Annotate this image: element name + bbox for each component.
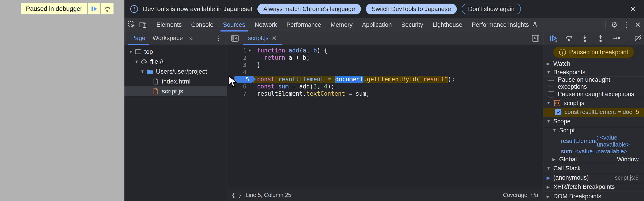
tree-item-script-js[interactable]: script.js [124, 86, 226, 96]
deactivate-breakpoints-icon [634, 34, 643, 43]
tree-item-label: top [144, 48, 153, 55]
token-var: resultElement [278, 76, 324, 82]
expand-arrow-icon[interactable]: ▼ [134, 59, 140, 64]
more-tabs-chevron-icon[interactable]: » [186, 32, 195, 45]
chevron-right-icon: ▶ [546, 184, 553, 190]
token-d [274, 83, 278, 90]
format-braces-icon[interactable]: { } [232, 192, 242, 198]
token-kw: const [257, 83, 274, 90]
line-number[interactable]: 3 [243, 62, 246, 68]
tab-memory[interactable]: Memory [326, 18, 357, 32]
gutter-line-2[interactable]: 2 [227, 54, 253, 61]
breakpoint-entry[interactable]: const resultElement = doc⋯ 5 [544, 108, 644, 116]
scope-section-header[interactable]: ▼ Scope [544, 116, 644, 126]
gutter-line-6[interactable]: 6 [227, 83, 253, 90]
toolbar-separator [627, 34, 627, 42]
editor-tab-close-icon[interactable]: ✕ [272, 35, 277, 42]
step-over-button[interactable] [564, 33, 574, 43]
tab-label: Sources [223, 22, 245, 28]
always-match-language-button[interactable]: Always match Chrome's language [258, 4, 361, 14]
gutter-line-5[interactable]: 5 [227, 76, 253, 83]
pause-caught-exceptions-row[interactable]: Pause on caught exceptions [544, 90, 644, 98]
tree-item-file-[interactable]: ▼file:// [124, 57, 226, 66]
watch-section-header[interactable]: ▶ Watch [544, 60, 644, 68]
scope-script-row[interactable]: ▼ Script [544, 126, 644, 134]
step-button[interactable] [611, 33, 621, 43]
gutter-line-1[interactable]: 1▼ [227, 47, 253, 54]
tab-sources[interactable]: Sources [218, 18, 250, 32]
tab-console[interactable]: Console [186, 18, 218, 32]
tree-item-users-user-project[interactable]: ▼Users/user/project [124, 66, 226, 76]
dont-show-again-button[interactable]: Don't show again [462, 4, 521, 14]
tab-elements[interactable]: Elements [152, 18, 186, 32]
inspect-element-icon[interactable] [128, 21, 136, 29]
code-text [253, 68, 257, 76]
call-stack-frame[interactable]: ▶ (anonymous) script.js:5 [544, 173, 644, 182]
device-toolbar-icon[interactable] [139, 21, 147, 29]
resume-button[interactable] [548, 33, 558, 43]
infobar-close-icon[interactable]: ✕ [628, 4, 638, 14]
settings-gear-icon[interactable]: ⚙ [611, 20, 618, 29]
code-line-7[interactable]: 7resultElement.textContent = sum; [227, 90, 543, 97]
line-number[interactable]: 4 [243, 69, 246, 76]
tab-network[interactable]: Network [250, 18, 282, 32]
tab-security[interactable]: Security [396, 18, 428, 32]
tab-performance[interactable]: Performance [282, 18, 326, 32]
code-line-6[interactable]: 6const sum = add(3, 4); [227, 83, 543, 90]
breakpoint-file-group[interactable]: ▼ script.js [544, 98, 644, 108]
code-editor[interactable]: 1▼function add(a, b) {2 return a + b;3}4… [227, 45, 543, 189]
call-stack-section-header[interactable]: ▼ Call Stack [544, 164, 644, 173]
tab-lighthouse[interactable]: Lighthouse [428, 18, 467, 32]
deactivate-breakpoints-button[interactable] [633, 33, 643, 43]
checkbox-unchecked[interactable] [548, 80, 554, 86]
gutter-line-7[interactable]: 7 [227, 90, 253, 97]
navigator-tab-page[interactable]: Page [128, 32, 149, 45]
xhr-breakpoints-section-header[interactable]: ▶ XHR/fetch Breakpoints [544, 182, 644, 192]
line-number[interactable]: 1 [243, 47, 246, 54]
checkbox-checked[interactable] [555, 109, 562, 115]
pause-uncaught-exceptions-row[interactable]: Pause on uncaught exceptions [544, 76, 644, 90]
navigator-tab-workspace[interactable]: Workspace [149, 32, 186, 45]
editor-tab-scriptjs[interactable]: script.js ✕ [243, 32, 282, 45]
devtools-close-icon[interactable]: ✕ [635, 20, 641, 29]
tree-item-index-html[interactable]: index.html [124, 76, 226, 86]
breakpoints-section-header[interactable]: ▼ Breakpoints [544, 68, 644, 76]
tab-performance-insights[interactable]: Performance insights [467, 18, 543, 32]
switch-to-japanese-button[interactable]: Switch DevTools to Japanese [366, 4, 457, 14]
fold-arrow-icon[interactable]: ▼ [246, 48, 253, 53]
step-over-button[interactable] [101, 3, 114, 14]
line-number[interactable]: 6 [243, 83, 246, 90]
gutter-line-4[interactable]: 4 [227, 68, 253, 76]
more-options-kebab-icon[interactable]: ⋮ [622, 20, 631, 29]
expand-arrow-icon[interactable]: ▼ [139, 69, 146, 74]
code-line-1[interactable]: 1▼function add(a, b) { [227, 47, 543, 54]
code-line-5[interactable]: 5const resultElement = document.getEleme… [227, 76, 543, 83]
cursor-position-label: Line 5, Column 25 [246, 192, 291, 198]
flask-icon [532, 22, 538, 28]
scope-global-row[interactable]: ▶ Global Window [544, 155, 644, 164]
tree-item-top[interactable]: ▼top [124, 47, 226, 57]
line-number[interactable]: 2 [243, 54, 246, 61]
frame-location: script.js:5 [615, 174, 641, 181]
expand-arrow-icon[interactable]: ▼ [128, 49, 134, 54]
code-line-4[interactable]: 4 [227, 68, 543, 76]
token-d: ); [328, 83, 334, 90]
step-into-button[interactable] [580, 33, 590, 43]
navigator-kebab-icon[interactable]: ⋮ [214, 32, 224, 45]
step-out-button[interactable] [596, 33, 606, 43]
gutter-line-3[interactable]: 3 [227, 61, 253, 68]
hide-debugger-sidebar-icon[interactable] [531, 34, 540, 43]
token-d: , [306, 47, 313, 54]
resume-script-button[interactable] [88, 3, 100, 14]
code-line-2[interactable]: 2 return a + b; [227, 54, 543, 61]
hide-navigator-icon[interactable] [227, 32, 243, 45]
token-d: } [257, 62, 260, 68]
checkbox-unchecked[interactable] [548, 91, 554, 98]
line-number[interactable]: 7 [243, 90, 246, 97]
scope-variable-row[interactable]: sum: <value unavailable> [544, 148, 644, 155]
token-var: a [303, 47, 306, 54]
scope-variable-row[interactable]: resultElement: <value unavailable> [544, 134, 644, 148]
code-line-3[interactable]: 3} [227, 61, 543, 68]
dom-breakpoints-section-header[interactable]: ▶ DOM Breakpoints [544, 192, 644, 201]
tab-application[interactable]: Application [357, 18, 396, 32]
